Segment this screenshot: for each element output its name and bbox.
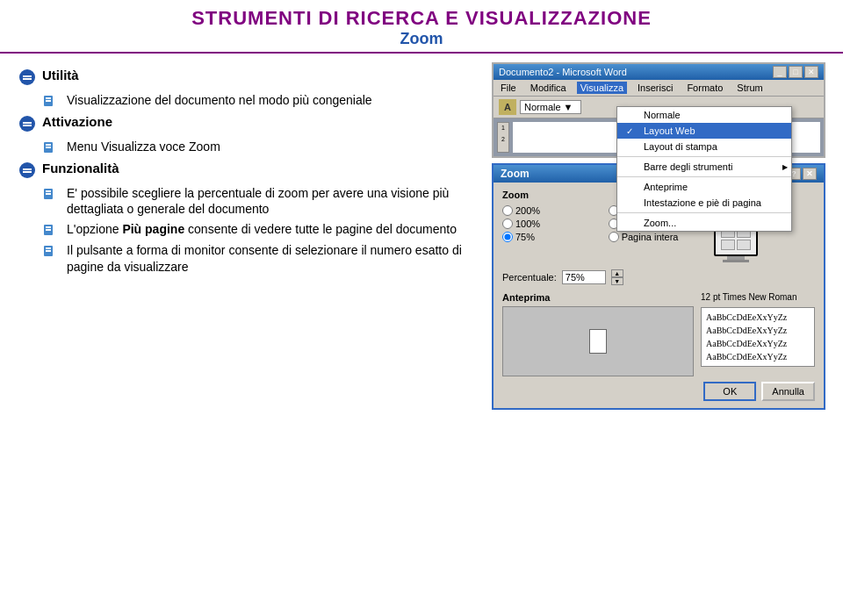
svg-rect-16 bbox=[46, 190, 51, 192]
maximize-btn[interactable]: □ bbox=[789, 66, 803, 78]
minimize-btn[interactable]: _ bbox=[773, 66, 787, 78]
word-window: Documento2 - Microsoft Word _ □ ✕ File M… bbox=[492, 62, 825, 158]
list-item: Il pulsante a forma di monitor consente … bbox=[42, 242, 474, 274]
zoom-label-200: 200% bbox=[515, 205, 540, 216]
svg-rect-19 bbox=[46, 226, 51, 228]
font-preview-section: 12 pt Times New Roman AaBbCcDdEeXxYyZz A… bbox=[701, 292, 815, 376]
ok-button[interactable]: OK bbox=[703, 382, 756, 401]
percentuale-row: Percentuale: ▲ ▼ bbox=[502, 269, 815, 285]
page-header: STRUMENTI DI RICERCA E VISUALIZZAZIONE Z… bbox=[0, 0, 843, 54]
item-text: Visualizzazione del documento nel modo p… bbox=[67, 92, 372, 108]
zoom-option-75[interactable]: 75% bbox=[502, 232, 603, 242]
list-item: Visualizzazione del documento nel modo p… bbox=[42, 92, 474, 109]
list-item: E' possibile scegliere la percentuale di… bbox=[42, 185, 474, 217]
svg-rect-4 bbox=[46, 97, 51, 99]
preview-section: Anteprima bbox=[502, 292, 694, 376]
svg-rect-11 bbox=[46, 147, 51, 148]
zoom-label-100: 100% bbox=[515, 218, 540, 229]
zoom-close-btn[interactable]: ✕ bbox=[803, 168, 817, 180]
dropdown-item-layout-web[interactable]: ✓ Layout Web bbox=[617, 123, 791, 139]
dropdown-item-intestazione[interactable]: Intestazione e piè di pagina bbox=[617, 195, 791, 211]
percentuale-label: Percentuale: bbox=[502, 272, 557, 283]
dropdown-item-normale[interactable]: Normale bbox=[617, 107, 791, 123]
word-titlebar: Documento2 - Microsoft Word _ □ ✕ bbox=[494, 64, 824, 80]
zoom-radio-pagina-intera[interactable] bbox=[609, 232, 619, 242]
zoom-title: Zoom bbox=[501, 168, 530, 180]
menu-file[interactable]: File bbox=[497, 82, 520, 94]
dropdown-item-layout-stampa[interactable]: Layout di stampa bbox=[617, 139, 791, 154]
bullet-sub-icon bbox=[42, 186, 61, 202]
menu-strum[interactable]: Strum bbox=[733, 82, 766, 94]
svg-rect-5 bbox=[46, 100, 51, 102]
separator bbox=[617, 212, 791, 213]
zoom-bottom: Anteprima 12 pt Times New Roman AaBbCcDd… bbox=[502, 292, 815, 376]
close-btn[interactable]: ✕ bbox=[804, 66, 818, 78]
item-text: L'opzione Più pagine consente di vedere … bbox=[67, 221, 457, 237]
percentuale-spinner[interactable]: ▲ ▼ bbox=[611, 269, 623, 285]
svg-rect-17 bbox=[46, 193, 51, 195]
svg-rect-7 bbox=[23, 122, 32, 124]
zoom-option-pagina-intera[interactable]: Pagina intera bbox=[609, 232, 710, 242]
font-preview-line-3: AaBbCcDdEeXxYyZz bbox=[706, 337, 810, 350]
bullet-main-icon bbox=[18, 161, 37, 180]
svg-rect-2 bbox=[23, 78, 32, 80]
dropdown-item-zoom[interactable]: Zoom... bbox=[617, 215, 791, 231]
vertical-ruler: 1 2 bbox=[497, 122, 509, 153]
preview-pages bbox=[584, 324, 612, 359]
item-text: Il pulsante a forma di monitor consente … bbox=[67, 242, 474, 274]
font-preview-line-4: AaBbCcDdEeXxYyZz bbox=[706, 350, 810, 363]
item-text: Utilità bbox=[42, 67, 79, 84]
bullet-main-icon bbox=[18, 68, 37, 87]
zoom-label-75: 75% bbox=[515, 232, 535, 242]
bullet-sub-icon bbox=[42, 140, 61, 155]
zoom-radio-200[interactable] bbox=[502, 205, 513, 216]
svg-rect-14 bbox=[23, 171, 32, 173]
bullet-sub-icon bbox=[42, 222, 61, 238]
zoom-option-100[interactable]: 100% bbox=[502, 218, 603, 229]
separator bbox=[617, 176, 791, 177]
font-preview-line-2: AaBbCcDdEeXxYyZz bbox=[706, 324, 810, 337]
view-mode-dropdown[interactable]: Normale ▼ bbox=[520, 100, 581, 114]
font-preview-box: AaBbCcDdEeXxYyZz AaBbCcDdEeXxYyZz AaBbCc… bbox=[701, 307, 815, 367]
dropdown-item-anteprime[interactable]: Anteprime bbox=[617, 179, 791, 195]
layout-web-icon: ✓ bbox=[621, 126, 638, 136]
item-text: E' possibile scegliere la percentuale di… bbox=[67, 185, 474, 217]
spin-up-btn[interactable]: ▲ bbox=[611, 269, 623, 277]
monitor-base bbox=[723, 260, 749, 262]
list-item: Menu Visualizza voce Zoom bbox=[42, 139, 474, 155]
preview-box bbox=[502, 306, 694, 376]
word-title: Documento2 - Microsoft Word bbox=[499, 67, 627, 77]
spin-down-btn[interactable]: ▼ bbox=[611, 277, 623, 285]
svg-rect-22 bbox=[46, 247, 51, 249]
list-item: Attivazione bbox=[18, 113, 474, 133]
font-preview-line-1: AaBbCcDdEeXxYyZz bbox=[706, 311, 810, 324]
menu-visualizza[interactable]: Visualizza bbox=[577, 82, 627, 94]
item-text: Funzionalità bbox=[42, 160, 119, 177]
percentuale-input[interactable] bbox=[562, 270, 606, 284]
zoom-option-200[interactable]: 200% bbox=[502, 205, 603, 216]
bullet-sub-icon bbox=[42, 93, 61, 109]
menu-formato[interactable]: Formato bbox=[683, 82, 726, 94]
page-subtitle: Zoom bbox=[0, 30, 843, 48]
annulla-button[interactable]: Annulla bbox=[761, 382, 815, 401]
dropdown-item-barre[interactable]: Barre degli strumenti bbox=[617, 159, 791, 175]
visualizza-dropdown: Normale ✓ Layout Web Layout di stampa Ba… bbox=[616, 106, 792, 232]
toolbar-icon-a: A bbox=[499, 99, 516, 115]
mini-page bbox=[721, 240, 735, 250]
zoom-radio-75[interactable] bbox=[502, 232, 513, 242]
menu-inserisci[interactable]: Inserisci bbox=[634, 82, 676, 94]
svg-rect-13 bbox=[23, 168, 32, 170]
bullet-main-icon bbox=[18, 114, 37, 133]
page-title: STRUMENTI DI RICERCA E VISUALIZZAZIONE bbox=[0, 7, 843, 30]
menu-modifica[interactable]: Modifica bbox=[527, 82, 570, 94]
font-preview-title: 12 pt Times New Roman bbox=[701, 292, 797, 302]
zoom-label-pagina-intera: Pagina intera bbox=[622, 232, 679, 242]
anteprima-label: Anteprima bbox=[502, 292, 694, 303]
mini-page bbox=[737, 240, 751, 250]
zoom-radio-100[interactable] bbox=[502, 218, 513, 229]
svg-rect-8 bbox=[23, 125, 32, 126]
list-item: L'opzione Più pagine consente di vedere … bbox=[42, 221, 474, 238]
word-menubar: File Modifica Visualizza Inserisci Forma… bbox=[494, 80, 824, 97]
bullet-sub-icon bbox=[42, 243, 61, 259]
right-panel: Documento2 - Microsoft Word _ □ ✕ File M… bbox=[492, 62, 825, 410]
